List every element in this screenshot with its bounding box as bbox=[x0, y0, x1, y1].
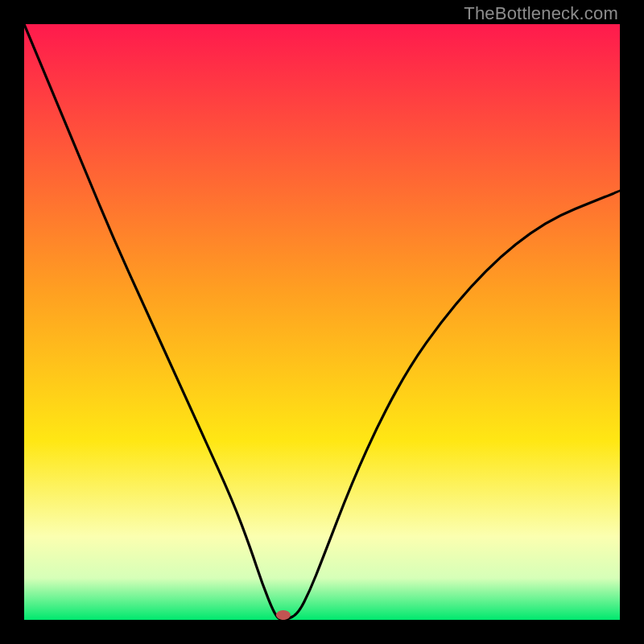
gradient-background bbox=[24, 24, 620, 620]
optimum-marker bbox=[276, 610, 291, 620]
watermark-text: TheBottleneck.com bbox=[464, 3, 618, 24]
chart-svg bbox=[24, 24, 620, 620]
plot-area bbox=[24, 24, 620, 620]
chart-frame: TheBottleneck.com bbox=[0, 0, 644, 644]
